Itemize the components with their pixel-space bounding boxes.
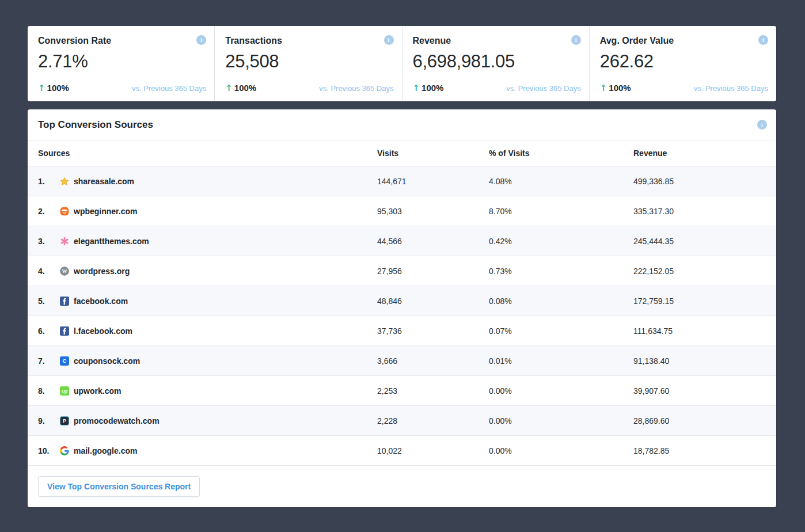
stat-value: 262.62	[600, 51, 768, 72]
stat-change-value: 100%	[234, 83, 256, 93]
pct-of-visits-cell: 0.73%	[489, 267, 633, 276]
rank-label: 8.	[38, 386, 60, 396]
stat-card-conversion-rate: Conversion Rate i 2.71% ↑100% vs. Previo…	[28, 26, 215, 101]
stat-change: ↑100%	[413, 83, 444, 93]
revenue-cell: 222,152.05	[633, 267, 766, 276]
elegantthemes-favicon-icon	[60, 237, 69, 246]
revenue-cell: 335,317.30	[633, 207, 766, 216]
table-column-headers: Sources Visits % of Visits Revenue	[28, 140, 776, 166]
overview-stats: Conversion Rate i 2.71% ↑100% vs. Previo…	[28, 26, 776, 101]
revenue-cell: 172,759.15	[633, 297, 766, 306]
table-row: 4. W wordpress.org 27,956 0.73% 222,152.…	[28, 256, 776, 286]
source-link[interactable]: facebook.com	[74, 297, 377, 306]
source-link[interactable]: wpbeginner.com	[74, 207, 377, 216]
up-arrow-icon: ↑	[413, 83, 420, 93]
column-header-revenue: Revenue	[633, 149, 766, 158]
stat-value: 2.71%	[38, 51, 206, 72]
pct-of-visits-cell: 0.00%	[489, 386, 633, 396]
revenue-cell: 39,907.60	[633, 386, 766, 396]
table-row: 2. wpbeginner.com 95,303 8.70% 335,317.3…	[28, 196, 776, 226]
table-row: 10. mail.google.com 10,022 0.00% 18,782.…	[28, 436, 776, 466]
source-link[interactable]: l.facebook.com	[74, 326, 377, 336]
stat-card-avg-order-value: Avg. Order Value i 262.62 ↑100% vs. Prev…	[590, 26, 776, 101]
stat-card-transactions: Transactions i 25,508 ↑100% vs. Previous…	[215, 26, 402, 101]
source-link[interactable]: upwork.com	[74, 386, 377, 396]
pct-of-visits-cell: 0.07%	[489, 326, 633, 336]
view-top-conversion-sources-report-button[interactable]: View Top Conversion Sources Report	[38, 476, 200, 497]
stat-change: ↑100%	[600, 83, 631, 93]
table-row: 6. l.facebook.com 37,736 0.07% 111,634.7…	[28, 316, 776, 346]
stat-label: Transactions	[225, 36, 393, 46]
visits-cell: 37,736	[377, 326, 489, 336]
visits-cell: 48,846	[377, 297, 489, 306]
svg-text:C: C	[63, 358, 67, 364]
facebook-favicon-icon	[60, 326, 69, 336]
visits-cell: 95,303	[377, 207, 489, 216]
rank-label: 4.	[38, 267, 60, 276]
revenue-cell: 111,634.75	[633, 326, 766, 336]
rank-label: 2.	[38, 207, 60, 216]
visits-cell: 3,666	[377, 356, 489, 366]
stat-footer: ↑100% vs. Previous 365 Days	[600, 83, 768, 93]
stat-label: Revenue	[413, 36, 581, 46]
promocodewatch-favicon-icon: P	[60, 416, 69, 425]
up-arrow-icon: ↑	[600, 83, 607, 93]
stat-change-value: 100%	[422, 83, 443, 93]
rank-label: 3.	[38, 237, 60, 246]
info-icon[interactable]: i	[571, 35, 581, 45]
table-row: 9. P promocodewatch.com 2,228 0.00% 28,8…	[28, 406, 776, 436]
shareasale-star-favicon-icon	[60, 177, 69, 186]
stat-compare-label: vs. Previous 365 Days	[319, 84, 393, 93]
pct-of-visits-cell: 0.42%	[489, 237, 633, 246]
table-row: 8. Up upwork.com 2,253 0.00% 39,907.60	[28, 376, 776, 406]
stat-footer: ↑100% vs. Previous 365 Days	[413, 83, 581, 93]
source-link[interactable]: couponsock.com	[74, 356, 377, 366]
top-conversion-sources-panel: Top Conversion Sources i Sources Visits …	[28, 109, 776, 507]
svg-text:Up: Up	[62, 389, 68, 394]
stat-compare-label: vs. Previous 365 Days	[132, 84, 206, 93]
table-row: 1. shareasale.com 144,671 4.08% 499,336.…	[28, 166, 776, 196]
stat-compare-label: vs. Previous 365 Days	[694, 84, 768, 93]
ecommerce-report-page: Conversion Rate i 2.71% ↑100% vs. Previo…	[0, 0, 805, 507]
info-icon[interactable]: i	[757, 120, 767, 130]
stat-card-revenue: Revenue i 6,698,981.05 ↑100% vs. Previou…	[403, 26, 590, 101]
stat-change-value: 100%	[47, 83, 69, 93]
table-row: 5. facebook.com 48,846 0.08% 172,759.15	[28, 286, 776, 316]
stat-value: 6,698,981.05	[413, 51, 581, 72]
stat-footer: ↑100% vs. Previous 365 Days	[225, 83, 393, 93]
rank-label: 5.	[38, 297, 60, 306]
visits-cell: 2,228	[377, 416, 489, 425]
wordpress-favicon-icon: W	[60, 267, 69, 276]
upwork-favicon-icon: Up	[60, 386, 69, 396]
revenue-cell: 18,782.85	[633, 446, 766, 455]
stat-label: Avg. Order Value	[600, 36, 768, 46]
column-header-pct-of-visits: % of Visits	[489, 149, 633, 158]
wpbeginner-favicon-icon	[60, 207, 69, 216]
rank-label: 6.	[38, 326, 60, 336]
table-row: 7. C couponsock.com 3,666 0.01% 91,138.4…	[28, 346, 776, 376]
revenue-cell: 245,444.35	[633, 237, 766, 246]
column-header-visits: Visits	[377, 149, 489, 158]
stat-change: ↑100%	[225, 83, 256, 93]
source-link[interactable]: wordpress.org	[74, 267, 377, 276]
visits-cell: 44,566	[377, 237, 489, 246]
info-icon[interactable]: i	[384, 35, 394, 45]
pct-of-visits-cell: 4.08%	[489, 177, 633, 186]
panel-footer: View Top Conversion Sources Report	[28, 466, 776, 507]
source-link[interactable]: mail.google.com	[74, 446, 377, 455]
up-arrow-icon: ↑	[38, 83, 45, 93]
table-row: 3. elegantthemes.com 44,566 0.42% 245,44…	[28, 226, 776, 256]
revenue-cell: 91,138.40	[633, 356, 766, 366]
visits-cell: 2,253	[377, 386, 489, 396]
table-body: 1. shareasale.com 144,671 4.08% 499,336.…	[28, 166, 776, 466]
source-link[interactable]: shareasale.com	[74, 177, 377, 186]
source-link[interactable]: elegantthemes.com	[74, 237, 377, 246]
svg-text:W: W	[62, 268, 67, 274]
panel-header: Top Conversion Sources i	[28, 109, 776, 140]
info-icon[interactable]: i	[758, 35, 768, 45]
column-header-sources: Sources	[38, 149, 377, 158]
visits-cell: 10,022	[377, 446, 489, 455]
stat-footer: ↑100% vs. Previous 365 Days	[38, 83, 206, 93]
source-link[interactable]: promocodewatch.com	[74, 416, 377, 425]
stat-value: 25,508	[225, 51, 393, 72]
